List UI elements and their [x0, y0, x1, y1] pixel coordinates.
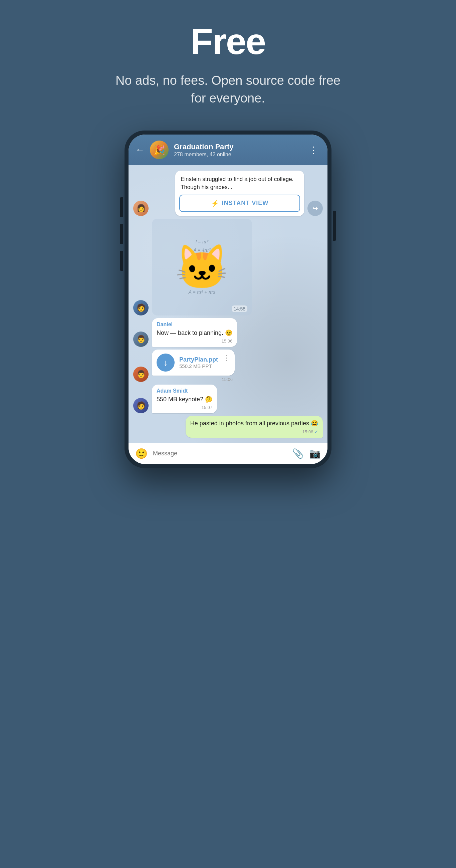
back-button[interactable]: ← [135, 145, 145, 155]
adam-text: 550 MB keynote? 🤔 [157, 395, 212, 404]
file-time: 15:06 [152, 376, 235, 382]
instant-view-button[interactable]: ⚡ INSTANT VIEW [179, 195, 300, 212]
outgoing-text: He pasted in photos from all previous pa… [190, 419, 318, 428]
daniel-message-row: 👨 Daniel Now — back to planning. 😉 15:06 [133, 318, 323, 347]
adam-message-row: 🧑 Adam Smidt 550 MB keynote? 🤔 15:07 [133, 384, 323, 413]
download-button[interactable]: ↓ [157, 353, 175, 372]
file-name: PartyPlan.ppt [179, 356, 218, 363]
group-meta: 278 members, 42 online [174, 152, 301, 158]
hero-subtitle: No ads, no fees. Open source code free f… [111, 72, 345, 107]
sender-avatar-guy1: 🧑 [133, 300, 149, 315]
lightning-icon: ⚡ [211, 199, 219, 207]
input-bar: 🙂 📎 📷 [128, 443, 328, 464]
header-menu-button[interactable]: ⋮ [306, 143, 321, 157]
file-size: 550.2 MB PPT [179, 363, 218, 369]
emoji-button[interactable]: 🙂 [135, 448, 148, 459]
sticker-row: 🧑 l = πr² A = 4πr² V = l² P = 2πr A = πr… [133, 219, 323, 315]
daniel-bubble: Daniel Now — back to planning. 😉 15:06 [152, 318, 237, 347]
file-info: PartyPlan.ppt 550.2 MB PPT [179, 356, 218, 369]
sender-avatar-guy2: 👨 [133, 367, 149, 382]
sender-avatar-daniel: 👨 [133, 332, 149, 347]
file-menu-button[interactable]: ⋮ [223, 353, 230, 362]
page-title: Free [191, 20, 265, 62]
outgoing-bubble: He pasted in photos from all previous pa… [186, 416, 323, 437]
sticker-box: l = πr² A = 4πr² V = l² P = 2πr A = πr² … [152, 219, 252, 315]
phone-screen: ← 🎉 Graduation Party 278 members, 42 onl… [128, 134, 328, 464]
daniel-time: 15:06 [157, 339, 232, 344]
file-message-row: 👨 ↓ PartyPlan.ppt 550.2 MB PPT ⋮ 15:06 [133, 349, 323, 382]
article-message-row: 👩 Einstein struggled to find a job out o… [133, 170, 323, 216]
messages-area: 👩 Einstein struggled to find a job out o… [128, 165, 328, 443]
adam-time: 15:07 [157, 405, 212, 410]
article-preview-text: Einstein struggled to find a job out of … [175, 170, 304, 195]
sticker-container: l = πr² A = 4πr² V = l² P = 2πr A = πr² … [152, 219, 252, 315]
instant-view-label: INSTANT VIEW [222, 199, 269, 207]
sender-avatar-girl: 👩 [133, 200, 149, 216]
chat-info: Graduation Party 278 members, 42 online [174, 143, 301, 157]
file-bubble: ↓ PartyPlan.ppt 550.2 MB PPT ⋮ [152, 349, 235, 376]
outgoing-time: 15:08 [190, 429, 318, 434]
message-input[interactable] [153, 450, 287, 457]
daniel-text: Now — back to planning. 😉 [157, 329, 232, 337]
cat-sticker: 🐱 [175, 245, 229, 289]
adam-name: Adam Smidt [157, 388, 212, 394]
sender-avatar-adam: 🧑 [133, 398, 149, 413]
article-bubble: Einstein struggled to find a job out of … [175, 170, 304, 216]
camera-button[interactable]: 📷 [309, 448, 321, 459]
sticker-timestamp: 14:58 [232, 306, 247, 312]
file-bubble-wrapper: ↓ PartyPlan.ppt 550.2 MB PPT ⋮ 15:06 [152, 349, 235, 382]
phone-mockup: ← 🎉 Graduation Party 278 members, 42 onl… [124, 130, 332, 468]
chat-header: ← 🎉 Graduation Party 278 members, 42 onl… [128, 134, 328, 165]
share-button[interactable]: ↪ [307, 200, 323, 216]
group-name: Graduation Party [174, 143, 301, 151]
daniel-name: Daniel [157, 321, 232, 328]
attach-button[interactable]: 📎 [292, 448, 304, 459]
group-avatar: 🎉 [150, 141, 169, 159]
adam-bubble: Adam Smidt 550 MB keynote? 🤔 15:07 [152, 384, 217, 413]
outgoing-message-row: He pasted in photos from all previous pa… [133, 416, 323, 437]
